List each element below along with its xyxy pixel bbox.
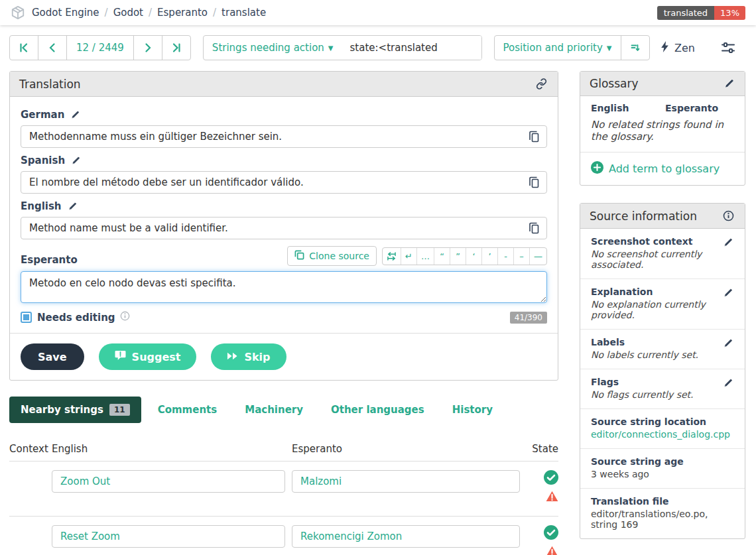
hyphen-character-button[interactable]: - <box>497 248 513 265</box>
order-dropdown[interactable]: Position and priority ▼ <box>495 36 621 60</box>
reference-text: El nombre del método debe ser un identif… <box>29 176 304 188</box>
column-header-state: State <box>532 443 558 455</box>
needs-editing-checkbox[interactable] <box>21 312 32 323</box>
settings-sliders-icon[interactable] <box>718 38 739 58</box>
permalink-icon[interactable] <box>535 77 548 91</box>
section-value: No explanation currently provided. <box>591 299 734 320</box>
package-icon <box>11 5 25 20</box>
row-english-text[interactable]: Zoom Out <box>52 470 285 493</box>
breadcrumb-separator: / <box>105 7 108 19</box>
column-header-esperanto: Esperanto <box>292 443 520 455</box>
breadcrumb-language[interactable]: Esperanto <box>157 7 208 19</box>
nearby-table-header: Context English Esperanto State <box>9 443 558 461</box>
source-file-link[interactable]: editor/connections_dialog.cpp <box>591 429 734 440</box>
section-label: Labels <box>591 337 625 347</box>
glossary-title: Glossary <box>590 77 638 90</box>
source-info-screenshot-context: Screenshot context No screenshot current… <box>580 229 745 278</box>
edit-pencil-icon[interactable] <box>722 77 735 90</box>
edit-pencil-icon[interactable] <box>70 154 82 166</box>
row-esperanto-text[interactable]: Malzomi <box>292 470 520 493</box>
breadcrumb-project[interactable]: Godot Engine <box>32 7 99 19</box>
filter-dropdown[interactable]: Strings needing action ▼ <box>204 36 342 60</box>
reference-text: Methodenname muss ein gültiger Bezeichne… <box>29 131 282 143</box>
tab-comments[interactable]: Comments <box>147 397 229 423</box>
chevron-down-icon: ▼ <box>607 44 612 52</box>
translation-panel: Translation German Methoden <box>9 71 558 381</box>
glossary-columns: English Esperanto <box>580 96 745 117</box>
edit-pencil-icon[interactable] <box>722 377 734 389</box>
source-information-title: Source information <box>590 210 697 223</box>
section-value: editor/translations/eo.po, string 169 <box>591 509 734 530</box>
section-value: 3 weeks ago <box>591 469 734 479</box>
table-row[interactable]: Zoom Out Malzomi <box>9 461 558 516</box>
previous-string-button[interactable] <box>38 36 66 60</box>
string-position-counter: 12 / 2449 <box>66 36 133 60</box>
search-group: Strings needing action ▼ <box>203 35 482 60</box>
suggest-label: Suggest <box>132 351 181 363</box>
suggestion-bubble-icon <box>115 350 126 363</box>
search-input[interactable] <box>342 36 481 60</box>
en-dash-character-button[interactable]: – <box>513 248 529 265</box>
close-single-quote-character-button[interactable]: ’ <box>481 248 497 265</box>
needs-editing-label: Needs editing <box>37 312 115 324</box>
close-quote-character-button[interactable]: ” <box>450 248 466 265</box>
edit-pencil-icon[interactable] <box>66 200 78 212</box>
table-row[interactable]: Reset Zoom Rekomencigi Zomon <box>9 516 558 555</box>
last-string-button[interactable] <box>162 36 190 60</box>
row-esperanto-text[interactable]: Rekomencigi Zomon <box>292 525 520 548</box>
em-dash-character-button[interactable]: — <box>529 248 546 265</box>
tab-other-languages[interactable]: Other languages <box>320 397 436 423</box>
next-string-button[interactable] <box>133 36 162 60</box>
breadcrumb-component[interactable]: Godot <box>113 7 143 19</box>
reference-text: Method name must be a valid identifier. <box>29 222 228 234</box>
open-single-quote-character-button[interactable]: ‘ <box>466 248 481 265</box>
language-label-spanish: Spanish <box>21 154 547 166</box>
top-navbar: Godot Engine / Godot / Esperanto / trans… <box>0 0 756 25</box>
copy-icon[interactable] <box>528 221 541 235</box>
target-header: Esperanto Clone source <box>21 246 547 266</box>
language-name: Spanish <box>21 154 65 166</box>
translated-progress-badge[interactable]: translated 13% <box>657 6 745 20</box>
sort-direction-button[interactable] <box>621 36 649 60</box>
info-icon <box>120 311 130 324</box>
row-english-text[interactable]: Reset Zoom <box>52 525 285 548</box>
source-info-string-age: Source string age 3 weeks ago <box>580 448 745 488</box>
tab-character-button[interactable] <box>383 248 401 265</box>
edit-pencil-icon[interactable] <box>722 236 734 249</box>
section-value: No labels currently set. <box>591 349 734 360</box>
clone-source-button[interactable]: Clone source <box>287 246 377 266</box>
edit-pencil-icon[interactable] <box>722 286 734 299</box>
edit-pencil-icon[interactable] <box>722 337 734 349</box>
main-content: Translation German Methoden <box>0 60 756 555</box>
glossary-empty-text: No related strings found in the glossary… <box>580 117 745 152</box>
tab-history[interactable]: History <box>441 397 504 423</box>
open-quote-character-button[interactable]: “ <box>434 248 450 265</box>
breadcrumb-page[interactable]: translate <box>221 7 266 19</box>
first-string-button[interactable] <box>10 36 38 60</box>
breadcrumb-separator: / <box>149 7 152 19</box>
translation-panel-title: Translation <box>19 78 81 91</box>
glossary-header: Glossary <box>580 72 745 96</box>
source-info-explanation: Explanation No explanation currently pro… <box>580 278 745 329</box>
ellipsis-character-button[interactable]: … <box>416 248 434 265</box>
section-label: Screenshot context <box>591 236 693 247</box>
skip-button[interactable]: Skip <box>211 343 286 370</box>
translation-input[interactable]: Metodo en celo nodo devas esti specifita… <box>21 271 547 303</box>
zen-mode-button[interactable]: Zen <box>655 37 700 59</box>
copy-icon[interactable] <box>528 175 541 190</box>
tab-nearby-strings[interactable]: Nearby strings 11 <box>9 397 141 423</box>
suggest-button[interactable]: Suggest <box>99 343 197 370</box>
copy-icon[interactable] <box>528 129 541 144</box>
tab-machinery[interactable]: Machinery <box>233 397 314 423</box>
tab-label: Nearby strings <box>21 404 103 416</box>
save-button[interactable]: Save <box>21 343 84 370</box>
add-term-to-glossary-button[interactable]: Add term to glossary <box>580 152 745 185</box>
breadcrumb: Godot Engine / Godot / Esperanto / trans… <box>32 7 266 19</box>
flags-row: Needs editing 41/390 <box>21 311 547 324</box>
lightning-bolt-icon <box>661 41 669 55</box>
translated-check-icon <box>544 525 558 542</box>
newline-character-button[interactable]: ↵ <box>401 248 416 265</box>
row-state <box>532 525 558 555</box>
edit-pencil-icon[interactable] <box>69 109 81 121</box>
warning-triangle-icon <box>546 491 558 505</box>
